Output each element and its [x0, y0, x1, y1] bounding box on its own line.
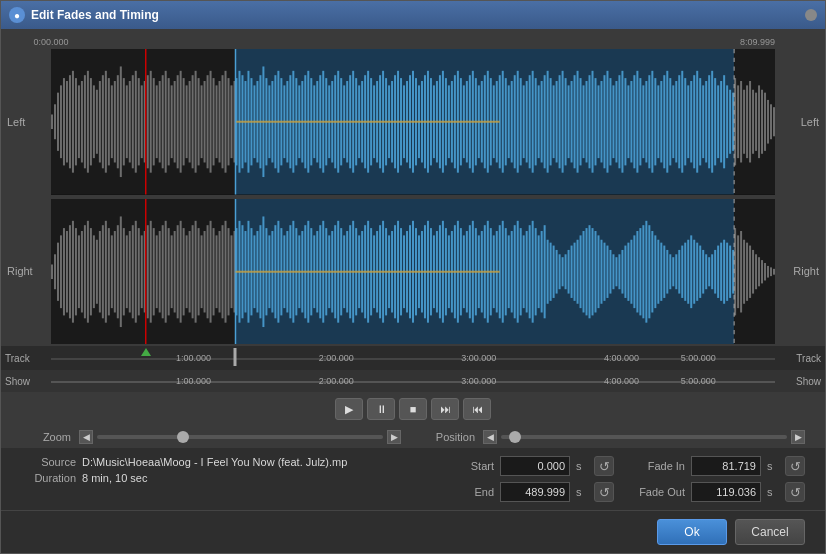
- svg-rect-450: [639, 228, 641, 315]
- pause-button[interactable]: ⏸: [367, 398, 395, 420]
- svg-rect-224: [711, 71, 713, 173]
- end-input[interactable]: [500, 482, 570, 502]
- fade-in-input[interactable]: [691, 456, 761, 476]
- svg-rect-55: [207, 75, 209, 168]
- fade-in-field-row: Fade In s ↺: [630, 456, 805, 476]
- svg-rect-259: [69, 225, 71, 318]
- svg-rect-268: [96, 239, 98, 303]
- right-waveform[interactable]: [51, 199, 775, 345]
- svg-rect-412: [526, 231, 528, 312]
- svg-rect-221: [702, 85, 704, 158]
- fade-out-reset-button[interactable]: ↺: [785, 482, 805, 502]
- svg-rect-435: [594, 231, 596, 312]
- position-decrease-button[interactable]: ◀: [483, 430, 497, 444]
- svg-rect-11: [75, 78, 77, 165]
- track-label-left: Track: [5, 353, 30, 364]
- svg-rect-483: [737, 235, 739, 308]
- svg-rect-10: [72, 71, 74, 173]
- svg-rect-176: [568, 85, 570, 158]
- svg-rect-8: [66, 81, 68, 162]
- svg-rect-171: [553, 85, 555, 158]
- cancel-button[interactable]: Cancel: [735, 519, 805, 545]
- svg-rect-189: [606, 71, 608, 173]
- svg-rect-40: [162, 75, 164, 168]
- start-input[interactable]: [500, 456, 570, 476]
- svg-rect-202: [645, 81, 647, 162]
- svg-rect-36: [150, 71, 152, 173]
- svg-rect-290: [162, 225, 164, 318]
- stop-button[interactable]: ■: [399, 398, 427, 420]
- svg-rect-175: [565, 78, 567, 165]
- position-increase-button[interactable]: ▶: [791, 430, 805, 444]
- fade-out-input[interactable]: [691, 482, 761, 502]
- svg-rect-197: [630, 81, 632, 162]
- svg-rect-293: [171, 235, 173, 308]
- start-reset-button[interactable]: ↺: [594, 456, 614, 476]
- close-button[interactable]: [805, 9, 817, 21]
- position-slider-thumb[interactable]: [509, 431, 521, 443]
- fade-in-reset-button[interactable]: ↺: [785, 456, 805, 476]
- end-reset-button[interactable]: ↺: [594, 482, 614, 502]
- play-button[interactable]: ▶: [335, 398, 363, 420]
- svg-rect-57: [213, 78, 215, 165]
- svg-rect-296: [180, 220, 182, 322]
- svg-rect-301: [195, 220, 197, 322]
- source-row: Source D:\Music\Hoeaa\Moog - I Feel You …: [21, 456, 419, 468]
- svg-rect-300: [192, 225, 194, 318]
- svg-rect-23: [111, 85, 113, 158]
- svg-rect-160: [520, 78, 522, 165]
- svg-rect-257: [63, 228, 65, 315]
- svg-rect-220: [699, 78, 701, 165]
- svg-rect-226: [717, 85, 719, 158]
- svg-rect-444: [621, 249, 623, 293]
- svg-rect-295: [177, 225, 179, 318]
- ok-button[interactable]: Ok: [657, 519, 727, 545]
- svg-rect-446: [627, 242, 629, 300]
- svg-rect-271: [105, 220, 107, 322]
- svg-rect-9: [69, 75, 71, 168]
- position-slider-track[interactable]: [501, 435, 787, 439]
- svg-rect-253: [51, 264, 53, 279]
- svg-rect-404: [502, 220, 504, 322]
- zoom-decrease-button[interactable]: ◀: [79, 430, 93, 444]
- svg-rect-225: [714, 78, 716, 165]
- svg-rect-169: [547, 71, 549, 173]
- zoom-slider-track[interactable]: [97, 435, 383, 439]
- next-button[interactable]: ⏭: [431, 398, 459, 420]
- svg-rect-270: [102, 225, 104, 318]
- svg-rect-420: [550, 242, 552, 300]
- svg-rect-461: [672, 257, 674, 286]
- svg-rect-172: [556, 81, 558, 162]
- svg-rect-489: [755, 254, 757, 289]
- fade-out-unit: s: [767, 486, 779, 498]
- svg-rect-206: [657, 85, 659, 158]
- svg-rect-470: [699, 245, 701, 297]
- svg-rect-291: [165, 220, 167, 322]
- svg-rect-458: [663, 245, 665, 297]
- left-waveform[interactable]: [51, 49, 775, 195]
- svg-rect-50: [192, 75, 194, 168]
- svg-rect-168: [544, 75, 546, 168]
- svg-rect-307: [213, 228, 215, 315]
- fade-in-unit: s: [767, 460, 779, 472]
- show-tick-1: 1:00.000: [176, 376, 211, 386]
- svg-rect-19: [99, 81, 101, 162]
- svg-rect-233: [737, 85, 739, 158]
- svg-rect-63: [231, 85, 233, 158]
- svg-rect-181: [583, 85, 585, 158]
- svg-rect-428: [574, 242, 576, 300]
- svg-rect-49: [189, 81, 191, 162]
- waveform-area: 0:00.000 8:09.999 Left Left: [1, 29, 825, 392]
- svg-rect-243: [767, 100, 769, 144]
- zoom-slider-thumb[interactable]: [177, 431, 189, 443]
- zoom-increase-button[interactable]: ▶: [387, 430, 401, 444]
- svg-rect-229: [726, 85, 728, 158]
- svg-rect-192: [615, 81, 617, 162]
- prev-button[interactable]: ⏮: [463, 398, 491, 420]
- svg-rect-5: [57, 93, 59, 151]
- svg-rect-473: [708, 257, 710, 286]
- svg-rect-228: [723, 75, 725, 168]
- svg-rect-449: [636, 231, 638, 312]
- svg-rect-438: [603, 242, 605, 300]
- info-section: Source D:\Music\Hoeaa\Moog - I Feel You …: [1, 448, 825, 510]
